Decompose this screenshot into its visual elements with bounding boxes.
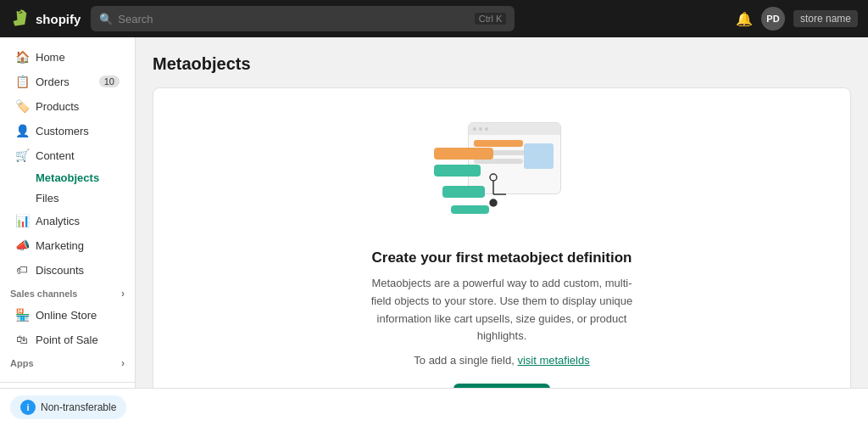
metaobjects-illustration — [434, 122, 570, 233]
sidebar-item-discounts[interactable]: 🏷 Discounts — [5, 258, 130, 282]
store-name[interactable]: store name — [793, 10, 858, 27]
sidebar-label-home: Home — [36, 51, 65, 64]
sidebar-label-pos: Point of Sale — [36, 334, 98, 346]
sidebar-sub-files[interactable]: Files — [5, 188, 130, 208]
svg-point-3 — [490, 199, 497, 206]
connector-lines — [489, 169, 531, 220]
sidebar-sub-metaobjects[interactable]: Metaobjects — [5, 168, 130, 188]
sidebar-item-marketing[interactable]: 📣 Marketing — [5, 233, 130, 257]
empty-state-link-text: To add a single field, visit metafields — [414, 354, 589, 367]
sidebar-label-marketing: Marketing — [36, 239, 84, 252]
layout: 🏠 Home 📋 Orders 10 🏷️ Products 👤 Custome… — [0, 37, 868, 388]
sidebar-label-metaobjects: Metaobjects — [36, 171, 99, 184]
main-content: Metaobjects — [136, 37, 868, 388]
online-store-icon: 🏪 — [15, 308, 29, 322]
search-input[interactable] — [118, 13, 470, 25]
sidebar: 🏠 Home 📋 Orders 10 🏷️ Products 👤 Custome… — [0, 37, 136, 388]
bottom-bar: i Non-transferable — [0, 388, 868, 426]
analytics-icon: 📊 — [15, 214, 29, 227]
sidebar-item-pos[interactable]: 🛍 Point of Sale — [5, 328, 130, 351]
badge-label: Non-transferable — [41, 401, 116, 413]
float-card-teal-3 — [451, 205, 489, 214]
sidebar-item-analytics[interactable]: 📊 Analytics — [5, 209, 130, 233]
float-card-teal-1 — [434, 165, 481, 177]
sidebar-label-customers: Customers — [36, 125, 89, 137]
marketing-icon: 📣 — [15, 238, 29, 252]
topbar-right: 🔔 PD store name — [736, 7, 858, 31]
empty-state-description: Metaobjects are a powerful way to add cu… — [366, 275, 637, 345]
sidebar-label-discounts: Discounts — [36, 264, 84, 277]
sidebar-item-products[interactable]: 🏷️ Products — [5, 94, 130, 118]
sidebar-label-orders: Orders — [36, 76, 70, 88]
sidebar-item-home[interactable]: 🏠 Home — [5, 45, 130, 69]
browser-dot-2 — [479, 127, 482, 131]
browser-line-orange — [474, 140, 523, 147]
sidebar-label-products: Products — [36, 100, 79, 113]
browser-dot-3 — [485, 127, 488, 131]
search-icon: 🔍 — [99, 13, 113, 25]
sidebar-item-orders[interactable]: 📋 Orders 10 — [5, 70, 130, 93]
apps-label: Apps — [10, 358, 34, 368]
sidebar-item-online-store[interactable]: 🏪 Online Store — [5, 303, 130, 327]
browser-bar — [469, 123, 560, 135]
sales-channels-label: Sales channels — [10, 289, 78, 299]
page-title: Metaobjects — [153, 54, 851, 74]
home-icon: 🏠 — [15, 50, 29, 64]
keyboard-shortcut: Ctrl K — [475, 13, 507, 25]
customers-icon: 👤 — [15, 124, 29, 137]
logo-text: shopify — [36, 12, 81, 26]
sidebar-label-content: Content — [36, 149, 75, 162]
orders-badge: 10 — [99, 76, 120, 87]
search-bar[interactable]: 🔍 Ctrl K — [91, 6, 515, 31]
chevron-right-icon: › — [121, 288, 125, 300]
info-icon: i — [20, 400, 36, 415]
discounts-icon: 🏷 — [15, 263, 29, 277]
metafields-link[interactable]: visit metafields — [517, 354, 589, 367]
empty-state-title: Create your first metaobject definition — [372, 249, 632, 266]
svg-point-0 — [490, 174, 497, 181]
info-badge: i Non-transferable — [10, 395, 126, 419]
browser-image — [524, 143, 554, 169]
float-card-orange — [434, 148, 493, 160]
top-bar: shopify 🔍 Ctrl K 🔔 PD store name — [0, 0, 868, 37]
sidebar-item-content[interactable]: 🛒 Content — [5, 143, 130, 167]
products-icon: 🏷️ — [15, 99, 29, 113]
apps-chevron-icon: › — [121, 357, 125, 369]
sidebar-label-online-store: Online Store — [36, 309, 97, 322]
avatar[interactable]: PD — [761, 7, 785, 31]
sales-channels-section: Sales channels › — [0, 283, 135, 302]
content-icon: 🛒 — [15, 149, 29, 162]
bell-icon[interactable]: 🔔 — [736, 11, 753, 27]
sidebar-label-analytics: Analytics — [36, 215, 80, 227]
shopify-logo: shopify — [10, 8, 81, 29]
orders-icon: 📋 — [15, 75, 29, 88]
browser-dot-1 — [473, 127, 476, 131]
sidebar-label-files: Files — [36, 192, 58, 205]
sidebar-item-customers[interactable]: 👤 Customers — [5, 119, 130, 143]
empty-state-card: Create your first metaobject definition … — [153, 87, 851, 388]
float-card-teal-2 — [442, 186, 485, 198]
apps-section: Apps › — [0, 352, 135, 372]
pos-icon: 🛍 — [15, 333, 29, 346]
